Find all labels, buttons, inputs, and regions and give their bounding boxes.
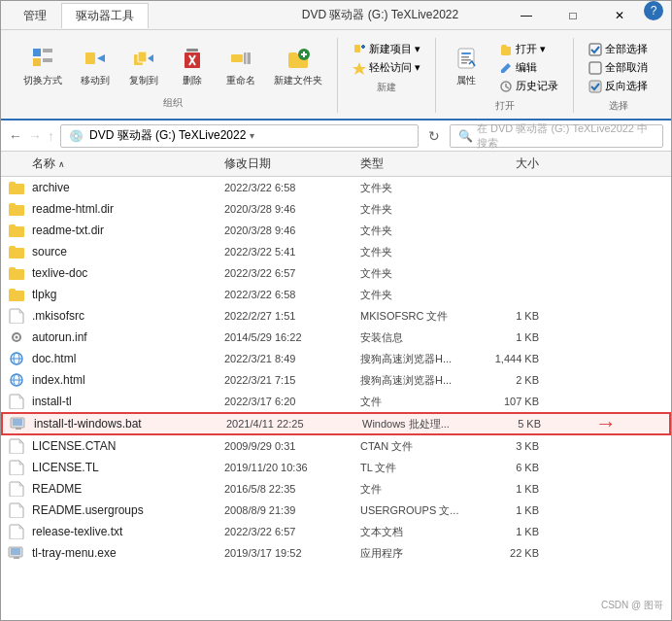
file-row[interactable]: tl-tray-menu.exe 2019/3/17 19:52 应用程序 22… xyxy=(1,542,671,564)
file-row[interactable]: autorun.inf 2014/5/29 16:22 安装信息 1 KB xyxy=(1,327,671,348)
history-button[interactable]: 历史记录 xyxy=(492,77,565,95)
file-type: CTAN 文件 xyxy=(360,439,477,454)
file-type: 文件 xyxy=(360,482,477,497)
copy-to-button[interactable]: 复制到 xyxy=(121,38,166,92)
new-folder-button[interactable]: 新建文件夹 xyxy=(267,38,329,92)
highlight-arrow: → xyxy=(595,411,617,436)
nav-back-button[interactable]: ← xyxy=(9,128,22,144)
file-type: 文件夹 xyxy=(360,181,477,195)
file-row[interactable]: LICENSE.TL 2019/11/20 10:36 TL 文件 6 KB xyxy=(1,457,671,478)
organize-label: 组织 xyxy=(163,96,183,110)
file-icon xyxy=(1,545,32,561)
organize-buttons: 切换方式 移动到 xyxy=(17,38,329,92)
file-date: 2016/5/8 22:35 xyxy=(224,483,360,495)
tab-drivertool[interactable]: 驱动器工具 xyxy=(61,3,149,28)
file-size: 1,444 KB xyxy=(477,353,554,364)
refresh-button[interactable]: ↻ xyxy=(428,128,440,144)
file-row[interactable]: source 2022/3/22 5:41 文件夹 xyxy=(1,241,671,262)
minimize-button[interactable]: — xyxy=(504,1,549,30)
file-type: TL 文件 xyxy=(360,461,477,475)
deselect-all-button[interactable]: 全部取消 xyxy=(582,58,655,77)
file-icon xyxy=(1,265,32,281)
folder-icon-address: 💿 xyxy=(69,129,84,143)
file-date: 2020/3/28 9:46 xyxy=(224,203,360,215)
file-name: install-tl xyxy=(32,395,224,408)
history-label: 历史记录 xyxy=(516,79,558,93)
file-date: 2022/3/22 6:57 xyxy=(224,526,360,537)
file-name: tlpkg xyxy=(32,288,224,301)
properties-button[interactable]: 属性 xyxy=(444,38,488,92)
nav-forward-button[interactable]: → xyxy=(28,128,42,144)
help-button[interactable]: ? xyxy=(644,1,663,20)
file-type: 文件夹 xyxy=(360,288,477,302)
switch-view-label: 切换方式 xyxy=(23,74,62,87)
file-icon xyxy=(1,460,32,475)
file-row[interactable]: install-tl 2022/3/17 6:20 文件 107 KB xyxy=(1,391,671,412)
delete-label: 删除 xyxy=(183,74,202,87)
search-box[interactable]: 🔍 在 DVD 驱动器 (G:) TeXLive2022 中搜索 xyxy=(450,124,663,148)
svg-rect-43 xyxy=(14,557,19,559)
new-item-button[interactable]: 新建项目 ▾ xyxy=(346,40,427,58)
col-name-header[interactable]: 名称 ∧ xyxy=(1,155,224,172)
file-row[interactable]: readme-txt.dir 2020/3/28 9:46 文件夹 xyxy=(1,220,671,241)
open-label: 打开 ▾ xyxy=(516,42,546,56)
edit-button[interactable]: 编辑 xyxy=(492,58,565,77)
invert-select-button[interactable]: 反向选择 xyxy=(582,77,655,95)
file-date: 2022/3/22 5:41 xyxy=(224,246,360,258)
col-size-header[interactable]: 大小 xyxy=(477,155,554,172)
file-size: 1 KB xyxy=(477,483,554,495)
file-row[interactable]: README 2016/5/8 22:35 文件 1 KB xyxy=(1,478,671,500)
new-folder-label: 新建文件夹 xyxy=(274,74,322,87)
address-path-display[interactable]: 💿 DVD 驱动器 (G:) TeXLive2022 ▾ xyxy=(60,124,419,148)
close-button[interactable]: ✕ xyxy=(597,1,642,30)
file-row[interactable]: install-tl-windows.bat 2021/4/11 22:25 W… xyxy=(1,412,671,435)
file-name: README xyxy=(32,482,224,496)
address-path-text: DVD 驱动器 (G:) TeXLive2022 xyxy=(89,127,246,144)
address-dropdown-arrow[interactable]: ▾ xyxy=(246,130,258,141)
tab-manage[interactable]: 管理 xyxy=(9,3,61,28)
window-controls: — □ ✕ ? xyxy=(504,1,663,30)
file-row[interactable]: doc.html 2022/3/21 8:49 搜狗高速浏览器H... 1,44… xyxy=(1,348,671,369)
rename-button[interactable]: 重命名 xyxy=(218,38,263,92)
svg-rect-29 xyxy=(589,62,601,74)
file-row[interactable]: release-texlive.txt 2022/3/22 6:57 文本文档 … xyxy=(1,521,671,542)
properties-icon xyxy=(451,43,482,74)
window-frame: 管理 驱动器工具 DVD 驱动器 (G:) TeXLive2022 — □ ✕ … xyxy=(0,0,672,621)
file-row[interactable]: LICENSE.CTAN 2009/9/29 0:31 CTAN 文件 3 KB xyxy=(1,435,671,457)
rename-icon xyxy=(225,43,256,74)
file-row[interactable]: index.html 2022/3/21 7:15 搜狗高速浏览器H... 2 … xyxy=(1,369,671,391)
nav-up-button[interactable]: ↑ xyxy=(48,128,54,144)
maximize-button[interactable]: □ xyxy=(551,1,595,30)
file-row[interactable]: texlive-doc 2022/3/22 6:57 文件夹 xyxy=(1,262,671,284)
col-date-label: 修改日期 xyxy=(224,156,271,170)
file-icon xyxy=(1,394,32,409)
file-row[interactable]: archive 2022/3/22 6:58 文件夹 xyxy=(1,177,671,198)
open-sub-buttons: 打开 ▾ 编辑 历史记录 xyxy=(492,40,565,95)
file-type: 应用程序 xyxy=(360,546,477,561)
open-button[interactable]: 打开 ▾ xyxy=(492,40,565,58)
delete-button[interactable]: 删除 xyxy=(170,38,215,92)
new-item-label: 新建项目 ▾ xyxy=(369,42,420,56)
easy-access-button[interactable]: 轻松访问 ▾ xyxy=(346,58,427,77)
col-date-header[interactable]: 修改日期 xyxy=(224,155,360,172)
file-type: 搜狗高速浏览器H... xyxy=(360,373,477,388)
file-row[interactable]: readme-html.dir 2020/3/28 9:46 文件夹 xyxy=(1,198,671,220)
switch-view-button[interactable]: 切换方式 xyxy=(17,38,69,92)
sort-arrow: ∧ xyxy=(58,159,65,169)
col-size-label: 大小 xyxy=(516,156,539,170)
file-name: install-tl-windows.bat xyxy=(34,417,226,431)
select-buttons: 全部选择 全部取消 反向选择 xyxy=(582,40,655,95)
file-icon xyxy=(1,308,32,324)
move-to-button[interactable]: 移动到 xyxy=(73,38,118,92)
col-type-header[interactable]: 类型 xyxy=(360,155,477,172)
file-icon xyxy=(1,287,32,302)
file-list-header: 名称 ∧ 修改日期 类型 大小 xyxy=(1,152,671,177)
svg-rect-7 xyxy=(138,52,147,62)
select-all-button[interactable]: 全部选择 xyxy=(582,40,655,58)
file-row[interactable]: tlpkg 2022/3/22 6:58 文件夹 xyxy=(1,284,671,305)
file-name: release-texlive.txt xyxy=(32,525,224,538)
file-date: 2022/3/22 6:58 xyxy=(224,182,360,193)
file-row[interactable]: .mkisofsrc 2022/2/27 1:51 MKISOFSRC 文件 1… xyxy=(1,305,671,327)
file-row[interactable]: README.usergroups 2008/8/9 21:39 USERGRO… xyxy=(1,500,671,521)
file-size: 5 KB xyxy=(479,418,556,430)
